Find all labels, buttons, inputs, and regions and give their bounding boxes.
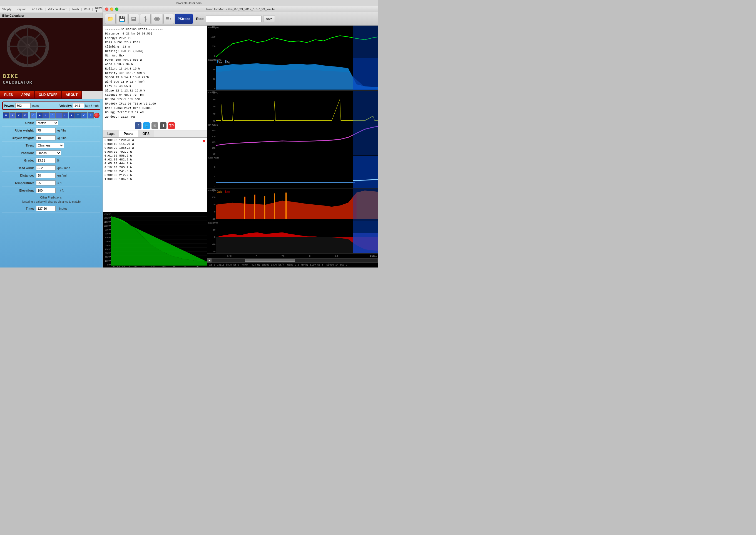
save-as-button[interactable] (128, 14, 139, 24)
stats-speed: Speed 13.0 14.1 15.0 km/h (105, 75, 204, 80)
scroll-track[interactable] (212, 259, 377, 262)
peak-row-2[interactable]: 0:00:10 1152.9 W (104, 142, 206, 146)
peak-row-11[interactable]: 1:00:00 186.6 W (104, 177, 206, 181)
peak-row-5[interactable]: 0:01:00 558.2 W (104, 154, 206, 158)
transfer-button[interactable] (163, 14, 174, 24)
hr-chart-content (216, 123, 378, 155)
headwind-input[interactable] (36, 165, 56, 170)
units-select[interactable]: MetricImperial (36, 120, 58, 126)
svg-text:900W: 900W (105, 229, 111, 231)
nav-btn-examples[interactable]: PLES (0, 91, 17, 99)
trainingpeaks-icon[interactable]: TP (168, 122, 175, 129)
peak-row-4[interactable]: 0:00:30 792.9 W (104, 150, 206, 154)
nav-velocomp[interactable]: Velocompforum (47, 8, 68, 11)
speed-chart-content: Wheel Wind (216, 58, 378, 90)
grade-input[interactable] (36, 158, 56, 163)
device-button[interactable] (152, 14, 162, 24)
stats-np: NP:495W IF:1.98 TSS:6 VI:1.00 (105, 102, 204, 106)
svg-rect-64 (353, 123, 378, 155)
position-select[interactable]: HoodsDropsTops (36, 151, 61, 155)
svg-text:2h: 2h (183, 265, 186, 268)
gear-y-axis: 8 6 4 2 (207, 156, 216, 188)
power-input[interactable] (15, 103, 31, 108)
tab-laps[interactable]: Laps (103, 130, 119, 137)
x-tick-75: 7.5 (270, 255, 297, 257)
temperature-input[interactable] (36, 181, 56, 185)
time-input[interactable] (36, 206, 56, 211)
close-peaks-button[interactable]: ✕ (202, 139, 206, 144)
nav-news[interactable]: News ▼ (94, 6, 103, 13)
share-icon[interactable]: ⬆ (160, 122, 167, 129)
velocity-input[interactable] (73, 103, 84, 108)
scroll-thumb[interactable] (245, 259, 295, 262)
nav-shopify[interactable]: Shopify (1, 8, 13, 11)
facebook-icon[interactable]: f (135, 122, 142, 129)
nav-drudge[interactable]: DRUDGE (29, 8, 44, 11)
browser-url-bar: bikecalculator.com (0, 0, 378, 6)
svg-text:2m: 2m (133, 265, 136, 268)
peak-row-6[interactable]: 0:02:00 482.2 W (104, 158, 206, 161)
svg-text:10s: 10s (117, 265, 121, 268)
pstroke-button[interactable]: P Stroke (175, 14, 193, 24)
stats-distance: Distance: 0.23 km (0:00:59) (105, 32, 204, 36)
peak-row-7[interactable]: 0:05:00 444.8 W (104, 161, 206, 165)
bicycle-weight-unit: kg / lbs (57, 136, 67, 140)
power-peaks-chart: 1300W 1200W 1100W 1000W 900W 800W 700W 6… (103, 212, 207, 268)
peak-row-9[interactable]: 0:20:00 241.6 W (104, 169, 206, 173)
nav-rush[interactable]: Rush (71, 8, 80, 11)
distance-input[interactable] (36, 173, 56, 178)
save-button[interactable]: 💾 (117, 14, 127, 24)
social-bar: f 🐦 ✉ ⬆ TP (103, 121, 207, 130)
scroll-left-button[interactable]: ◄ (207, 258, 211, 263)
stats-cadence: Cadence 64 68.8 73 rpm (105, 93, 204, 97)
note-button[interactable]: Note (263, 15, 275, 22)
bicycle-weight-row: Bicycle weight: kg / lbs (2, 134, 100, 142)
svg-text:20s: 20s (122, 265, 125, 268)
svg-text:600W: 600W (105, 240, 111, 243)
tires-select[interactable]: ClinchersTubulars (36, 143, 64, 148)
bicycle-weight-input[interactable] (36, 135, 56, 140)
maximize-window-button[interactable] (115, 8, 119, 11)
hr-chart-row: 200 175 150 125 100 80 HR (207, 123, 378, 156)
tab-gps[interactable]: GPS (138, 130, 154, 137)
rider-weight-input[interactable] (36, 128, 56, 133)
svg-rect-71 (274, 193, 275, 218)
ride-label: Ride: (196, 17, 204, 21)
peak-row-10[interactable]: 0:30:00 212.9 W (104, 173, 206, 177)
svg-rect-58 (353, 58, 378, 90)
grade-label: Grade: (3, 159, 36, 162)
speed-label: Speed (km/h) (208, 59, 222, 61)
red-dot-icon (94, 113, 99, 118)
units-row: Units: MetricImperial (2, 119, 100, 127)
minimize-window-button[interactable] (110, 8, 113, 11)
window-title: Isaac for Mac: iBike_07_23_2017_1057_23_… (206, 8, 275, 11)
stats-braking: Braking: 0.0 kJ (0.0%) (105, 49, 204, 54)
elevation-input[interactable] (36, 188, 56, 193)
x-tick-8: 8 (297, 255, 324, 257)
peak-row-3[interactable]: 0:00:20 1065.2 W (104, 146, 206, 150)
nav-btn-about[interactable]: ABOUT (62, 91, 82, 99)
email-icon[interactable]: ✉ (151, 122, 158, 129)
nav-btn-oldstuff[interactable]: OLD STUFF (35, 91, 62, 99)
usb-button[interactable] (140, 14, 151, 24)
open-file-button[interactable]: 📁 (105, 14, 116, 24)
svg-point-13 (145, 20, 146, 22)
window-controls (105, 8, 119, 11)
stats-cda: CdA: 0.360 m^2; Crr: 0.0043 (105, 106, 204, 111)
nav-wsj[interactable]: WSJ (83, 8, 91, 11)
browser-nav: Shopify | PayPal | DRUDGE | Velocompforu… (0, 6, 102, 13)
peak-row-1[interactable]: 0:00:05 1204.8 W (104, 138, 206, 142)
close-window-button[interactable] (105, 8, 108, 11)
logo-tile-bar: B I K E C A L C I L A T O R (2, 111, 100, 119)
svg-rect-74 (255, 194, 256, 218)
stats-cals-burn: Cals Burn: 27.9 kcal (105, 40, 204, 45)
nav-paypal[interactable]: PayPal (15, 8, 27, 11)
speed-chart-row: 60 40 20 0 (207, 58, 378, 91)
tab-peaks[interactable]: Peaks (119, 130, 138, 137)
nav-btn-apps[interactable]: APPS (17, 91, 35, 99)
elevation-unit: m / ft (57, 189, 63, 192)
ride-name-input[interactable] (206, 15, 261, 22)
ibike-content: ---------Selection Stats--------- Distan… (103, 26, 378, 268)
peak-row-8[interactable]: 0:10:00 265.2 W (104, 165, 206, 169)
twitter-icon[interactable]: 🐦 (143, 122, 150, 129)
